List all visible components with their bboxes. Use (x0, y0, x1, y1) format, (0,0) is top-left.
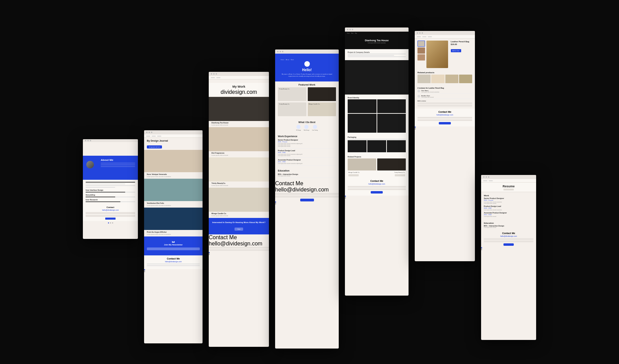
thumb-1[interactable] (417, 41, 425, 47)
newsletter-input[interactable] (147, 247, 200, 250)
contact-input[interactable] (86, 212, 135, 214)
input-line[interactable] (147, 265, 200, 266)
detail-line (348, 54, 406, 54)
pagination (415, 126, 475, 130)
best-title: What I Do Best (278, 121, 336, 123)
view-button-1[interactable] (348, 174, 359, 176)
related-item-1 (417, 75, 431, 83)
contact-title: Contact Me (209, 234, 269, 241)
input-line[interactable] (147, 264, 200, 264)
job-desc: Lorem ipsum dolor sit amet (278, 146, 336, 147)
send-button[interactable] (439, 122, 451, 124)
browser-dot (282, 51, 283, 52)
nav-item (146, 136, 150, 136)
nav-item (422, 36, 426, 37)
nav-item: Blog (355, 33, 357, 34)
edu-desc: Lorem ipsum dolor sit amet (484, 227, 533, 228)
related-label-1: Mirage Candle Co. (348, 172, 360, 173)
avatar-image (86, 161, 94, 168)
blog-title: By Design Journal (144, 138, 203, 143)
post-item-1: Nunc Volutpat Venenatis Lorem ipsum dolo… (144, 172, 203, 179)
related-item-2 (377, 158, 406, 170)
related-title: Related products (417, 71, 472, 74)
pack-image-2 (367, 140, 386, 152)
input-field[interactable] (275, 196, 339, 198)
job-date: 2020 – Present (484, 199, 533, 201)
browser-bar-1 (83, 139, 138, 142)
job-desc: Lorem ipsum dolor sit amet consectetur (484, 209, 533, 211)
download-btn[interactable] (503, 189, 514, 190)
page-dot (144, 271, 145, 272)
nav-item (483, 180, 487, 181)
input-field[interactable] (275, 193, 339, 195)
pagination (481, 247, 536, 250)
card-resume: Resume Work Senior Product Designer 2020… (481, 175, 536, 340)
blog-btn[interactable]: designjournal.com (147, 145, 162, 148)
thumb-3[interactable] (417, 54, 425, 60)
input-field[interactable] (209, 249, 269, 251)
ux-icon (296, 125, 301, 129)
send-button[interactable] (105, 218, 116, 220)
post-title: Proin Eu Augue Efficitur (147, 231, 200, 233)
browser-dot (352, 29, 353, 30)
reviewer-avatar (417, 90, 420, 92)
send-button[interactable] (503, 243, 514, 246)
related-grid (348, 158, 406, 170)
review-input[interactable] (417, 102, 472, 104)
job-date: 2015 – 2018 (278, 161, 336, 163)
work-subtitle[interactable]: dividesign.com (211, 89, 266, 95)
browser-dot (349, 29, 351, 30)
contact-email: hello@dividesign.com (147, 261, 200, 263)
related-item-2 (431, 75, 444, 83)
cta-button[interactable]: View (235, 228, 243, 231)
skill-bar-fill (86, 201, 120, 202)
browser-dot (87, 140, 89, 141)
post-title: Nunc Volutpat Venenatis (147, 173, 200, 175)
input-field[interactable] (484, 241, 533, 242)
browser-bar-7 (481, 175, 536, 179)
skill-bar (86, 192, 135, 192)
page-dot (345, 198, 346, 199)
nav-item (211, 77, 215, 78)
card-my-work: My Work dividesign.com Dianhong Tea Hous… (209, 72, 269, 347)
hero-section: About Me (83, 156, 138, 180)
education-item: BFA – Interaction Design Lorem ipsum dol… (278, 173, 336, 178)
project-item-4: Mirage Candle Co. Lorem ipsum dolor sit … (209, 212, 269, 217)
nav-item: Home (347, 33, 350, 34)
review-input[interactable] (417, 105, 472, 107)
thumb-2[interactable] (417, 47, 425, 54)
page-dot (415, 129, 416, 130)
input-field[interactable] (348, 186, 406, 188)
browser-dot (417, 32, 418, 34)
featured-item-2 (308, 87, 336, 101)
brand-section: Brand Identity (345, 95, 409, 135)
hero-desc-line (101, 166, 135, 167)
related-item-4 (459, 75, 472, 83)
send-button[interactable] (300, 199, 314, 201)
education-title: Education (484, 222, 533, 224)
project-title: Dianhong Tea House (209, 121, 269, 124)
pagination (144, 269, 203, 272)
contact-title: Contact (86, 206, 135, 208)
send-button[interactable] (371, 191, 383, 194)
add-to-cart-button[interactable]: Add to Cart (451, 49, 461, 52)
view-button-2[interactable] (395, 174, 405, 176)
hero-description: My name is Brian. I'm a Senior Product D… (279, 73, 335, 77)
browser-bar-3 (209, 72, 269, 76)
related-section: Related Projects Mirage Candle Co. Trini… (345, 154, 409, 178)
tea-name: Dianhong Tea House (348, 39, 405, 42)
contact-input[interactable] (86, 215, 135, 217)
skill-bar (86, 201, 135, 202)
input-field[interactable] (348, 188, 406, 190)
product-thumbnails (417, 41, 425, 68)
project-item-1: Dianhong Tea House Lorem ipsum dolor sit… (209, 121, 269, 126)
input-field[interactable] (417, 117, 472, 119)
input-field[interactable] (484, 238, 533, 240)
desc-line (86, 187, 115, 188)
education-section: Education BFA – Interaction Design Lorem… (275, 168, 339, 180)
pagination (345, 196, 409, 199)
card-hello-portfolio: Home About Work Hello! My name is Brian.… (275, 49, 339, 349)
input-field[interactable] (209, 247, 269, 249)
browser-dot (151, 132, 152, 133)
input-field[interactable] (417, 119, 472, 121)
